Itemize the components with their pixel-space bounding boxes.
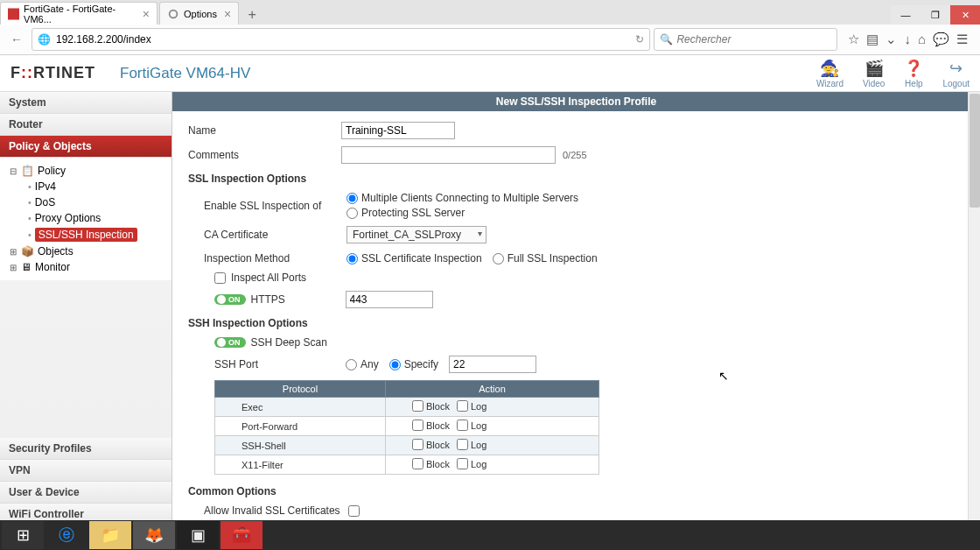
inspect-all-ports-checkbox[interactable] xyxy=(214,272,226,284)
tree-ssl-ssh[interactable]: •SSL/SSH Inspection xyxy=(28,226,172,243)
radio-ssl-cert-inspection[interactable] xyxy=(346,253,358,264)
taskbar: ⊞ ⓔ 📁 🦊 ▣ 🧰 xyxy=(0,520,980,550)
section-common: Common Options xyxy=(188,485,964,497)
ie-button[interactable]: ⓔ xyxy=(46,521,88,549)
portforward-block-checkbox[interactable] xyxy=(412,420,424,431)
wizard-button[interactable]: 🧙Wizard xyxy=(816,59,844,88)
pocket-icon[interactable]: ⌄ xyxy=(886,32,897,47)
th-protocol: Protocol xyxy=(215,381,386,398)
https-toggle[interactable]: ON xyxy=(214,294,246,305)
bookmark-icon[interactable]: ☆ xyxy=(848,32,859,47)
sshshell-log-checkbox[interactable] xyxy=(457,439,468,450)
nav-bar: ← 🌐 192.168.2.200/index ↻ 🔍 ☆ ▤ ⌄ ↓ ⌂ 💬 … xyxy=(0,25,980,54)
tree-objects[interactable]: ⊞📦Objects xyxy=(9,243,172,259)
video-button[interactable]: 🎬Video xyxy=(863,59,885,88)
exec-block-checkbox[interactable] xyxy=(412,400,424,412)
ca-cert-select[interactable]: Fortinet_CA_SSLProxy xyxy=(346,226,486,243)
tab-fortigate[interactable]: FortiGate - FortiGate-VM6... × xyxy=(0,2,158,25)
tree-monitor[interactable]: ⊞🖥Monitor xyxy=(9,259,172,275)
explorer-button[interactable]: 📁 xyxy=(89,521,131,549)
bullet-icon: • xyxy=(28,181,32,192)
scrollbar[interactable] xyxy=(968,92,980,547)
content: New SSL/SSH Inspection Profile Name Comm… xyxy=(172,92,980,547)
maximize-button[interactable]: ❐ xyxy=(920,5,950,25)
expand-icon[interactable]: ⊞ xyxy=(9,263,18,272)
help-icon: ❓ xyxy=(904,59,923,78)
tree-proxy[interactable]: •Proxy Options xyxy=(28,210,172,226)
exec-log-checkbox[interactable] xyxy=(457,400,468,412)
search-input[interactable] xyxy=(676,33,831,46)
radio-multiple-clients[interactable] xyxy=(346,193,358,204)
table-row: SSH-Shell BlockLog xyxy=(215,436,599,455)
home-icon[interactable]: ⌂ xyxy=(918,32,926,47)
library-icon[interactable]: ▤ xyxy=(866,32,878,47)
label-name: Name xyxy=(188,124,341,137)
expand-icon[interactable]: ⊞ xyxy=(9,247,18,257)
tab-options[interactable]: Options × xyxy=(159,2,239,25)
search-bar[interactable]: 🔍 xyxy=(654,28,837,51)
radio-ssh-any[interactable] xyxy=(346,359,357,370)
proto-sshshell: SSH-Shell xyxy=(215,436,386,455)
table-row: Port-Forward BlockLog xyxy=(215,417,599,436)
tree-policy[interactable]: ⊟📋Policy xyxy=(9,163,172,179)
bullet-icon: • xyxy=(28,213,32,223)
sidebar-item-system[interactable]: System xyxy=(0,92,172,114)
tab-label: FortiGate - FortiGate-VM6... xyxy=(24,4,136,25)
app-body: System Router Policy & Objects ⊟📋Policy … xyxy=(0,92,980,547)
start-button[interactable]: ⊞ xyxy=(2,521,44,549)
new-tab-button[interactable]: + xyxy=(241,5,263,25)
close-icon[interactable]: × xyxy=(143,7,150,21)
x11-log-checkbox[interactable] xyxy=(457,458,468,469)
allow-invalid-checkbox[interactable] xyxy=(348,505,360,517)
name-input[interactable] xyxy=(341,122,455,139)
close-window-button[interactable]: ✕ xyxy=(950,5,980,25)
tree-dos[interactable]: •DoS xyxy=(28,194,172,210)
comments-input[interactable] xyxy=(341,146,556,164)
ssh-deep-toggle[interactable]: ON xyxy=(214,337,246,348)
firefox-button[interactable]: 🦊 xyxy=(133,521,175,549)
svg-point-1 xyxy=(170,10,178,18)
https-port-input[interactable] xyxy=(346,291,433,308)
scrollbar-thumb[interactable] xyxy=(970,94,980,208)
radio-protecting-server[interactable] xyxy=(346,208,358,219)
x11-block-checkbox[interactable] xyxy=(412,458,424,469)
portforward-log-checkbox[interactable] xyxy=(457,420,468,431)
tab-bar: FortiGate - FortiGate-VM6... × Options ×… xyxy=(0,0,980,25)
back-button[interactable]: ← xyxy=(5,28,28,51)
sidebar: System Router Policy & Objects ⊟📋Policy … xyxy=(0,92,172,547)
ssh-port-input[interactable] xyxy=(449,356,536,373)
chat-icon[interactable]: 💬 xyxy=(933,32,949,47)
label-allow-invalid: Allow Invalid SSL Certificates xyxy=(204,504,348,517)
label-ssh-port: SSH Port xyxy=(214,358,346,370)
tree-ipv4[interactable]: •IPv4 xyxy=(28,179,172,194)
globe-icon: 🌐 xyxy=(38,33,51,46)
radio-ssh-specify[interactable] xyxy=(389,359,401,370)
url-bar[interactable]: 🌐 192.168.2.200/index ↻ xyxy=(32,28,650,51)
collapse-icon[interactable]: ⊟ xyxy=(9,166,18,176)
sshshell-block-checkbox[interactable] xyxy=(412,439,424,450)
minimize-button[interactable]: — xyxy=(891,5,920,25)
label-comments: Comments xyxy=(188,149,341,161)
tools-button[interactable]: 🧰 xyxy=(220,521,262,549)
downloads-icon[interactable]: ↓ xyxy=(904,32,911,47)
gear-icon xyxy=(167,8,179,20)
sidebar-item-user-device[interactable]: User & Device xyxy=(0,482,172,504)
page-title: New SSL/SSH Inspection Profile xyxy=(172,92,980,111)
close-icon[interactable]: × xyxy=(224,7,231,21)
menu-icon[interactable]: ☰ xyxy=(956,32,968,47)
shield-icon xyxy=(8,8,19,20)
help-button[interactable]: ❓Help xyxy=(904,59,923,88)
terminal-button[interactable]: ▣ xyxy=(177,521,219,549)
sidebar-item-router[interactable]: Router xyxy=(0,114,172,136)
tab-label: Options xyxy=(184,9,217,19)
refresh-icon[interactable]: ↻ xyxy=(635,33,644,46)
logout-button[interactable]: ↪Logout xyxy=(942,59,970,88)
sidebar-item-security-profiles[interactable]: Security Profiles xyxy=(0,438,172,460)
table-row: Exec BlockLog xyxy=(215,398,599,417)
proto-portforward: Port-Forward xyxy=(215,417,386,436)
radio-full-ssl[interactable] xyxy=(493,253,504,264)
section-ssh: SSH Inspection Options xyxy=(188,317,964,329)
url-text: 192.168.2.200/index xyxy=(56,33,151,46)
sidebar-item-policy-objects[interactable]: Policy & Objects xyxy=(0,136,172,158)
sidebar-item-vpn[interactable]: VPN xyxy=(0,460,172,482)
